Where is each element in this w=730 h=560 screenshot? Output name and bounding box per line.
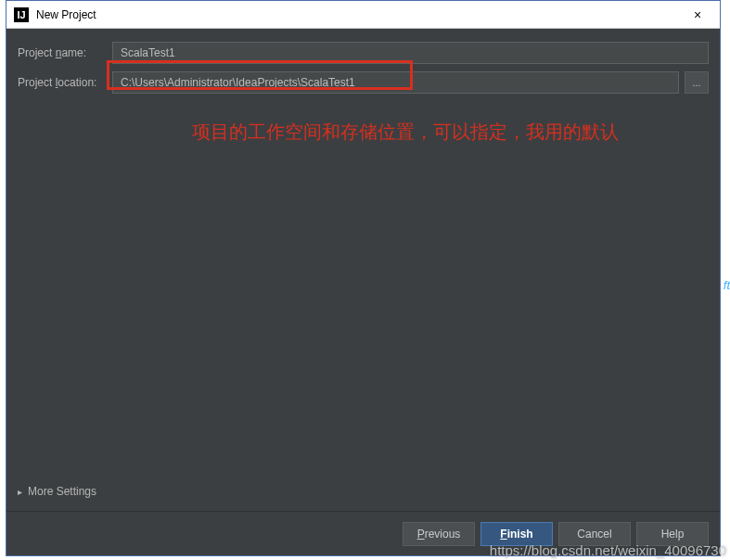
title-left: IJ New Project — [14, 7, 96, 22]
annotation-text: 项目的工作空间和存储位置，可以指定，我用的默认 — [192, 120, 619, 145]
project-name-input[interactable] — [112, 42, 709, 64]
window-title: New Project — [36, 8, 96, 21]
background-text-fragment: ft — [724, 278, 730, 292]
titlebar: IJ New Project × — [6, 1, 720, 29]
more-settings-toggle[interactable]: ▸ More Settings — [18, 485, 96, 498]
dialog-content: Project name: Project location: ... 项目的工… — [6, 29, 720, 555]
new-project-dialog: IJ New Project × Project name: Project l… — [6, 0, 721, 556]
previous-button[interactable]: Previous — [403, 522, 475, 546]
row-project-location: Project location: ... — [18, 71, 709, 94]
app-icon: IJ — [14, 7, 29, 22]
label-project-location: Project location: — [18, 76, 112, 89]
chevron-right-icon: ▸ — [18, 487, 22, 497]
label-project-name: Project name: — [18, 46, 112, 59]
project-location-input[interactable] — [112, 71, 679, 94]
more-settings-label: More Settings — [28, 485, 96, 498]
close-button[interactable]: × — [679, 3, 716, 27]
row-project-name: Project name: — [18, 42, 709, 64]
browse-location-button[interactable]: ... — [685, 71, 709, 94]
watermark-text: https://blog.csdn.net/weixin_40096730 — [490, 542, 726, 558]
